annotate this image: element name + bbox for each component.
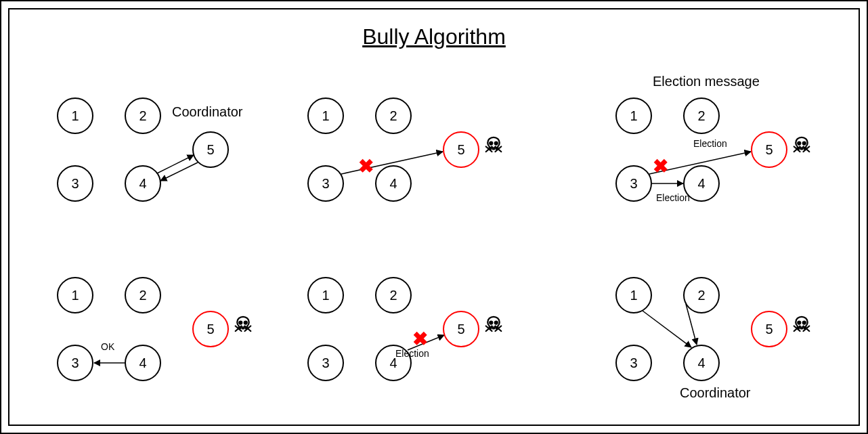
svg-point-24 — [798, 322, 800, 324]
label-coordinator: Coordinator — [172, 104, 243, 120]
svg-point-18 — [490, 322, 492, 324]
fail-cross-icon: ✖ — [653, 155, 668, 177]
panel-6: 12345Coordinator — [615, 277, 832, 412]
arrow — [643, 311, 691, 347]
node-5: 5 — [443, 131, 479, 168]
node-1: 1 — [307, 277, 344, 313]
node-5: 5 — [751, 311, 787, 347]
outer-frame: Bully Algorithm 12345Coordinator12345✖12… — [0, 0, 868, 434]
node-2: 2 — [125, 97, 161, 134]
panel-2: 12345✖ — [307, 97, 524, 233]
svg-point-0 — [490, 142, 492, 145]
skull-icon — [483, 314, 504, 339]
node-1: 1 — [615, 97, 652, 134]
svg-point-7 — [803, 142, 806, 145]
node-2: 2 — [683, 277, 720, 313]
node-2: 2 — [683, 97, 720, 134]
node-2: 2 — [125, 277, 161, 313]
node-4: 4 — [125, 165, 161, 202]
label-ok: OK — [101, 341, 114, 352]
node-2: 2 — [375, 97, 412, 134]
inner-frame: Bully Algorithm 12345Coordinator12345✖12… — [8, 8, 860, 426]
node-4: 4 — [683, 345, 720, 381]
label-coordinator: Coordinator — [680, 385, 751, 401]
panel-4: 12345OK — [57, 277, 274, 412]
label-election_message: Election message — [653, 74, 760, 89]
fail-cross-icon: ✖ — [358, 155, 374, 177]
node-1: 1 — [615, 277, 652, 313]
node-5: 5 — [192, 311, 229, 347]
arrow — [157, 155, 194, 173]
node-3: 3 — [307, 345, 344, 381]
node-2: 2 — [375, 277, 412, 313]
node-4: 4 — [125, 345, 161, 381]
node-1: 1 — [57, 277, 93, 313]
skull-icon — [233, 314, 253, 339]
svg-point-6 — [798, 142, 800, 145]
skull-icon — [791, 314, 812, 339]
svg-point-13 — [244, 322, 247, 324]
panel-1: 12345Coordinator — [57, 97, 274, 233]
node-5: 5 — [443, 311, 479, 347]
node-5: 5 — [192, 131, 229, 168]
panel-3: 12345Election messageElectionElection✖ — [615, 97, 832, 233]
diagram-title: Bully Algorithm — [362, 24, 506, 49]
node-3: 3 — [57, 345, 93, 381]
label-election: Election — [693, 138, 727, 149]
skull-icon — [483, 135, 504, 160]
node-3: 3 — [307, 165, 344, 202]
arrow — [160, 162, 198, 181]
svg-point-1 — [495, 142, 498, 145]
skull-icon — [791, 135, 812, 160]
node-3: 3 — [615, 165, 652, 202]
node-5: 5 — [751, 131, 787, 168]
node-1: 1 — [57, 97, 93, 134]
fail-cross-icon: ✖ — [412, 328, 428, 350]
label-election: Election — [656, 192, 690, 203]
node-3: 3 — [57, 165, 93, 202]
node-4: 4 — [375, 165, 412, 202]
svg-point-19 — [495, 322, 498, 324]
panel-5: 12345Election✖ — [307, 277, 524, 412]
svg-point-25 — [803, 322, 806, 324]
svg-point-12 — [239, 322, 242, 324]
node-1: 1 — [307, 97, 344, 134]
node-3: 3 — [615, 345, 652, 381]
